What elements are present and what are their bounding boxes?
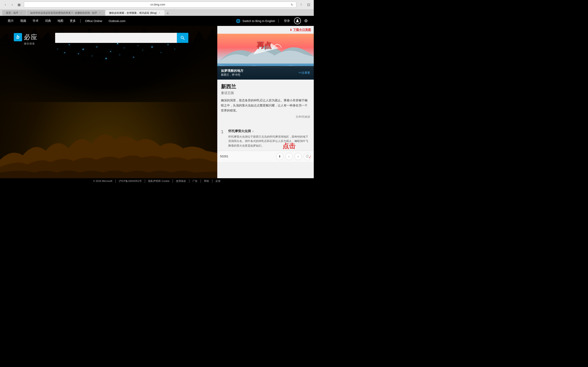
- user-avatar[interactable]: [294, 17, 301, 24]
- tab-zhihu-review[interactable]: 如何评价这张必应首页的壁纸的审美？- 余鹏程的回答 - 知乎 ×: [27, 10, 105, 16]
- search-area: [55, 33, 188, 43]
- share-icon: ↑: [300, 2, 302, 7]
- search-input[interactable]: [55, 33, 177, 43]
- author: 文/时尚旅游: [221, 115, 310, 119]
- nav-office-online[interactable]: Office Online: [82, 16, 105, 26]
- list-number: 1: [221, 129, 225, 148]
- tab-label: 首页 - 知乎: [6, 11, 18, 15]
- browser-actions: ↑ ⊡: [298, 2, 311, 8]
- search-icon: [180, 35, 185, 40]
- refresh-button[interactable]: ↻: [290, 2, 294, 7]
- settings-icon[interactable]: ⚙: [303, 18, 309, 23]
- footer-divider-4: |: [189, 179, 190, 183]
- prev-icon: ‹: [288, 155, 290, 158]
- footer-divider-3: |: [172, 179, 173, 183]
- nav-buttons: ‹ › ▤: [2, 2, 22, 8]
- fullscreen-button[interactable]: ⊡: [305, 2, 311, 8]
- nav-video[interactable]: 视频: [17, 16, 29, 26]
- nav-more[interactable]: 更多: [67, 16, 79, 26]
- list-item-row: 1 怀托摩萤火虫洞 » 怀托摩萤火虫洞位于新西兰北岛的怀托摩溶洞地区，因奇特的地…: [217, 126, 314, 151]
- switch-lang-link[interactable]: Switch to Bing in English: [242, 19, 275, 23]
- plus-icon: +: [167, 11, 169, 15]
- download-btn[interactable]: ⬇ 下载今日美图: [290, 28, 311, 32]
- bing-subtitle: 微软搜索: [24, 42, 35, 45]
- list-content: 怀托摩萤火虫洞 » 怀托摩萤火虫洞位于新西兰北岛的怀托摩溶洞地区，因奇特的地下溶…: [228, 129, 310, 148]
- next-button[interactable]: ›: [294, 153, 302, 160]
- right-panel-inner: ⬇ 下载今日美图 ↑: [217, 26, 314, 162]
- tab-label: 如何评价这张必应首页的壁纸的审美？- 余鹏程的回答 - 知乎: [30, 11, 97, 15]
- ad-link[interactable]: 广告: [192, 179, 198, 183]
- bing-logo-container: b 必应: [14, 33, 38, 42]
- address-bar[interactable]: cn.bing.com ↻: [24, 2, 296, 8]
- help-link[interactable]: 帮助: [204, 179, 209, 183]
- list-title-text: 怀托摩萤火虫洞: [228, 129, 251, 133]
- main-area: b 必应 微软搜索: [0, 26, 314, 178]
- background-area: b 必应 微软搜索: [0, 26, 217, 178]
- browser-chrome: ‹ › ▤ cn.bing.com ↻ ↑ ⊡ 首页 - 知乎: [0, 0, 314, 16]
- copyright-text: © 2016 Microsoft: [93, 180, 112, 182]
- icp-link[interactable]: 沪ICP备10042051号: [119, 179, 142, 183]
- download-icon: ⬇: [290, 28, 292, 32]
- tab-close-zhihu-review[interactable]: ×: [99, 11, 101, 14]
- tab-zhihu-home[interactable]: 首页 - 知乎 ×: [2, 10, 26, 16]
- caption-link[interactable]: <<去看看: [299, 71, 310, 75]
- nav-images[interactable]: 图片: [5, 16, 17, 26]
- bing-name: 必应: [24, 33, 38, 42]
- forward-button[interactable]: ›: [9, 2, 15, 8]
- location-sub: 童话王国: [221, 91, 310, 95]
- footer-divider-1: |: [115, 179, 116, 183]
- svg-point-0: [297, 19, 298, 21]
- search-button[interactable]: [177, 33, 188, 43]
- feedback-link[interactable]: 反馈: [216, 179, 221, 183]
- bg-image: b 必应 微软搜索: [0, 26, 217, 178]
- list-desc: 怀托摩萤火虫洞位于新西兰北岛的怀托摩溶洞地区，因奇特的地下溶洞而出名。洞中各式的…: [228, 135, 310, 148]
- tabs-bar: 首页 - 知乎 × 如何评价这张必应首页的壁纸的审美？- 余鹏程的回答 - 知乎…: [0, 9, 314, 16]
- sidebar-button[interactable]: ▤: [16, 2, 22, 8]
- back-button[interactable]: ‹: [2, 2, 8, 8]
- privacy-link[interactable]: 隐私声明和 Cookie: [148, 179, 169, 183]
- terms-link[interactable]: 使用条款: [176, 179, 186, 183]
- prev-button[interactable]: ‹: [285, 153, 293, 160]
- search-box: [55, 33, 188, 43]
- fullscreen-icon: ⊡: [307, 2, 310, 7]
- share-ctrl-icon: ⬆: [278, 155, 281, 158]
- bing-b-logo: b: [14, 33, 22, 41]
- tab-close-zhihu-home[interactable]: ×: [20, 11, 23, 14]
- svg-line-2: [183, 38, 184, 40]
- footer: © 2016 Microsoft | 沪ICP备10042051号 | 隐私声明…: [0, 178, 314, 184]
- url-text: cn.bing.com: [26, 3, 290, 6]
- login-button[interactable]: 登录: [282, 19, 292, 23]
- caption-location: 新西兰，怀卡托: [221, 73, 243, 77]
- nav-divider: |: [79, 19, 82, 23]
- count-text: 50281: [220, 155, 228, 158]
- refresh-icon: ↻: [291, 3, 293, 6]
- footer-divider-5: |: [200, 179, 201, 183]
- download-label: 下载今日美图: [293, 28, 311, 32]
- info-icon: ⓘ: [306, 154, 309, 158]
- nav-dict[interactable]: 词典: [42, 16, 54, 26]
- tab-close-bing[interactable]: ×: [158, 11, 161, 14]
- caption-title: 如梦境般的地方: [221, 69, 243, 73]
- footer-divider-6: |: [212, 179, 213, 183]
- tab-label: 微软必应搜索 - 全球搜索，有问必应 (Bing): [109, 11, 157, 15]
- titlebar: ‹ › ▤ cn.bing.com ↻ ↑ ⊡: [0, 0, 314, 9]
- nav-outlook[interactable]: Outlook.com: [105, 16, 129, 26]
- caption-box: 如梦境般的地方 新西兰，怀卡托 <<去看看: [217, 66, 314, 80]
- bing-navbar: 图片 视频 学术 词典 地图 更多 | Office Online Outloo…: [0, 16, 314, 26]
- forward-icon: ›: [12, 3, 13, 6]
- list-arrow-icon: »: [252, 130, 254, 133]
- right-panel: ⬇ 下载今日美图 ↑: [217, 26, 314, 178]
- share-ctrl-button[interactable]: ⬆: [276, 153, 284, 160]
- nav-right: 🌐 Switch to Bing in English | 登录 ⚙: [236, 17, 309, 24]
- list-title[interactable]: 怀托摩萤火虫洞 »: [228, 129, 310, 133]
- share-button[interactable]: ↑: [298, 2, 304, 8]
- new-tab-button[interactable]: +: [165, 11, 170, 16]
- info-button[interactable]: ⓘ: [304, 153, 311, 160]
- description: 幽深的洞里，形态各异的钟乳石让人叹为观止。乘着小舟穿梭于幽暗之中，头顶的萤火虫如…: [221, 98, 310, 113]
- info-section: 新西兰 童话王国 幽深的洞里，形态各异的钟乳石让人叹为观止。乘着小舟穿梭于幽暗之…: [217, 80, 314, 126]
- tab-bing-search[interactable]: 微软必应搜索 - 全球搜索，有问必应 (Bing) ×: [105, 10, 164, 16]
- location-title: 新西兰: [221, 83, 310, 90]
- nav-map[interactable]: 地图: [54, 16, 67, 26]
- nav-academic[interactable]: 学术: [29, 16, 42, 26]
- preview-image-container: 再点 如梦境般的地方 新西兰，怀卡托 <<去看看: [217, 34, 314, 80]
